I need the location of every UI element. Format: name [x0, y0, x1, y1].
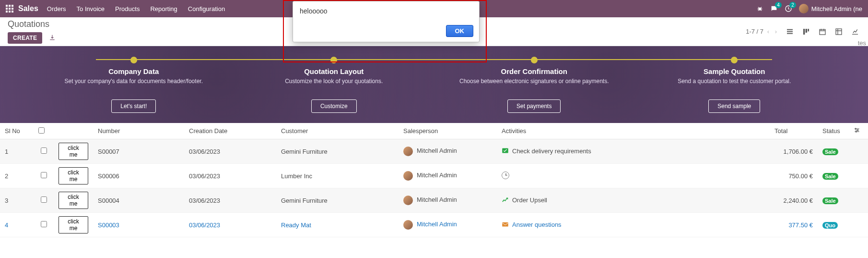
activity-text[interactable]: Answer questions [512, 221, 562, 228]
cell-total: 750.00 € [770, 164, 818, 188]
th-salesperson[interactable]: Salesperson [399, 123, 497, 139]
view-graph-icon[interactable] [850, 26, 860, 37]
th-slno[interactable]: Sl No [0, 123, 34, 139]
cell-total: 1,706.00 € [770, 139, 818, 164]
view-calendar-icon[interactable] [817, 26, 828, 37]
salesperson-avatar [403, 147, 413, 156]
task-icon [502, 147, 509, 155]
step-quotation-layout: Quotation Layout Customize the look of y… [234, 57, 434, 113]
cell-number: S00007 [93, 139, 184, 164]
click-me-button[interactable]: click me [59, 167, 88, 184]
th-customer[interactable]: Customer [276, 123, 399, 139]
cell-slno: 1 [0, 139, 34, 164]
svg-rect-0 [6, 5, 8, 7]
cell-activity [497, 164, 636, 188]
cell-slno: 3 [0, 188, 34, 213]
nav-to-invoice[interactable]: To Invoice [77, 5, 105, 12]
alert-ok-button[interactable]: OK [446, 25, 474, 37]
send-sample-button[interactable]: Send sample [708, 99, 760, 113]
activity-text[interactable]: Order Upsell [512, 197, 547, 204]
click-me-button[interactable]: click me [59, 216, 88, 233]
row-checkbox[interactable] [41, 221, 47, 227]
cell-salesperson: Mitchell Admin [399, 139, 497, 164]
svg-rect-11 [787, 29, 793, 30]
step-title: Order Confirmation [444, 67, 625, 75]
floating-text: tes [858, 39, 866, 47]
customize-button[interactable]: Customize [311, 99, 357, 113]
nav-orders[interactable]: Orders [47, 5, 66, 12]
th-optional [849, 123, 868, 139]
debug-icon[interactable] [756, 5, 763, 12]
status-badge: Sale [822, 197, 838, 204]
optional-fields-icon[interactable] [854, 128, 860, 135]
row-checkbox[interactable] [41, 197, 47, 203]
nav-products[interactable]: Products [115, 5, 140, 12]
clock-icon[interactable] [502, 172, 509, 179]
pager-prev[interactable]: ‹ [765, 28, 771, 35]
cell-slno: 4 [0, 213, 34, 237]
cell-salesperson: Mitchell Admin [399, 213, 497, 237]
click-me-button[interactable]: click me [59, 192, 88, 209]
view-list-icon[interactable] [785, 26, 795, 37]
activities-nav-icon[interactable]: 2 [785, 5, 792, 12]
svg-point-9 [758, 7, 761, 10]
cell-salesperson: Mitchell Admin [399, 188, 497, 213]
th-status[interactable]: Status [818, 123, 849, 139]
svg-rect-15 [806, 29, 807, 33]
activities-count: 2 [789, 2, 796, 8]
alert-dialog: helooooo OK [293, 1, 480, 42]
step-order-confirmation: Order Confirmation Choose between electr… [434, 57, 634, 113]
lets-start-button[interactable]: Let's start! [111, 99, 156, 113]
cell-status: Sale [818, 188, 849, 213]
pager[interactable]: 1-7 / 7 ‹ › [746, 28, 779, 35]
step-sample-quotation: Sample Quotation Send a quotation to tes… [634, 57, 835, 113]
create-button[interactable]: CREATE [8, 32, 42, 44]
row-checkbox[interactable] [41, 147, 47, 154]
table-row[interactable]: 3click meS0000403/06/2023Gemini Furnitur… [0, 188, 868, 213]
th-creation-date[interactable]: Creation Date [184, 123, 276, 139]
row-checkbox[interactable] [41, 172, 47, 178]
apps-icon[interactable] [6, 5, 13, 12]
svg-rect-13 [787, 33, 793, 34]
table-row[interactable]: 2click meS0000603/06/2023Lumber IncMitch… [0, 164, 868, 188]
alert-text: helooooo [300, 7, 472, 15]
status-badge: Sale [822, 148, 838, 155]
cell-activity: Order Upsell [497, 188, 636, 213]
th-number[interactable]: Number [93, 123, 184, 139]
user-menu[interactable]: Mitchell Admin (ne [799, 4, 862, 13]
cell-number: S00004 [93, 188, 184, 213]
step-desc: Customize the look of your quotations. [244, 77, 425, 94]
cell-total: 377.50 € [770, 213, 818, 237]
select-all-checkbox[interactable] [38, 127, 45, 134]
import-icon[interactable] [49, 34, 56, 42]
table-row[interactable]: 4click meS0000303/06/2023Ready MatMitche… [0, 213, 868, 237]
pager-next[interactable]: › [773, 28, 779, 35]
cell-salesperson: Mitchell Admin [399, 164, 497, 188]
th-total[interactable]: Total [770, 123, 818, 139]
activity-text[interactable]: Check delivery requirements [512, 147, 591, 155]
view-pivot-icon[interactable] [833, 26, 844, 37]
brand[interactable]: Sales [18, 4, 38, 13]
nav-configuration[interactable]: Configuration [188, 5, 225, 12]
cell-number: S00003 [93, 213, 184, 237]
quotations-table: Sl No Number Creation Date Customer Sale… [0, 123, 868, 237]
click-me-button[interactable]: click me [59, 143, 88, 160]
nav-reporting[interactable]: Reporting [150, 5, 177, 12]
salesperson-avatar [403, 196, 413, 205]
svg-rect-14 [803, 29, 805, 35]
mail-icon [502, 221, 509, 229]
cell-total: 2,240.00 € [770, 188, 818, 213]
svg-rect-18 [836, 29, 842, 35]
svg-point-21 [856, 131, 856, 132]
cell-slno: 2 [0, 164, 34, 188]
messages-icon[interactable]: 4 [770, 5, 778, 12]
step-desc: Send a quotation to test the customer po… [644, 77, 825, 94]
salesperson-avatar [403, 220, 413, 230]
set-payments-button[interactable]: Set payments [507, 99, 561, 113]
step-dot [330, 57, 337, 63]
th-spacer [636, 123, 770, 139]
view-kanban-icon[interactable] [801, 26, 811, 37]
cell-activity: Check delivery requirements [497, 139, 636, 164]
table-row[interactable]: 1click meS0000703/06/2023Gemini Furnitur… [0, 139, 868, 164]
th-activities[interactable]: Activities [497, 123, 636, 139]
